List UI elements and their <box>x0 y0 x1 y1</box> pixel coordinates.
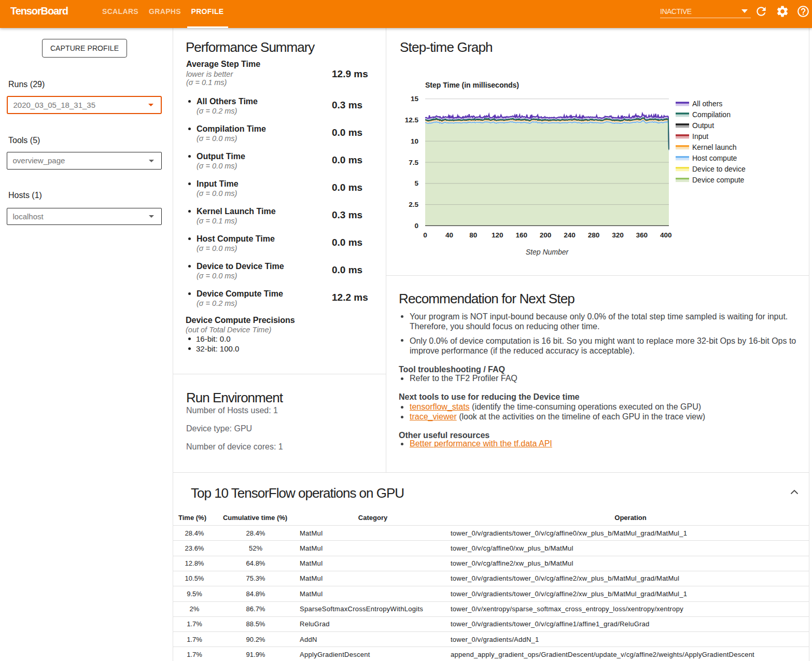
svg-text:12.5: 12.5 <box>405 116 419 124</box>
svg-text:All others: All others <box>692 100 722 108</box>
svg-text:Host compute: Host compute <box>692 154 737 162</box>
svg-text:200: 200 <box>540 231 552 239</box>
svg-text:10: 10 <box>411 137 418 145</box>
svg-text:Step Number: Step Number <box>526 248 569 256</box>
svg-text:Compilation: Compilation <box>692 110 731 119</box>
svg-text:320: 320 <box>612 231 624 239</box>
svg-text:7.5: 7.5 <box>409 159 418 166</box>
svg-text:5: 5 <box>414 179 418 187</box>
svg-text:15: 15 <box>411 95 419 103</box>
svg-text:280: 280 <box>588 231 600 239</box>
svg-text:120: 120 <box>492 231 503 239</box>
svg-text:Output: Output <box>692 121 714 130</box>
svg-text:Input: Input <box>692 132 708 140</box>
svg-text:160: 160 <box>515 231 527 239</box>
svg-text:0: 0 <box>423 231 427 239</box>
svg-text:Kernel launch: Kernel launch <box>692 143 737 151</box>
svg-text:Device to device: Device to device <box>692 165 746 173</box>
svg-text:2.5: 2.5 <box>409 201 418 208</box>
svg-text:360: 360 <box>636 231 648 239</box>
svg-text:80: 80 <box>469 231 477 239</box>
svg-text:400: 400 <box>660 231 672 239</box>
svg-text:240: 240 <box>564 231 576 239</box>
svg-text:0: 0 <box>414 222 418 230</box>
svg-text:40: 40 <box>445 231 453 239</box>
svg-text:Device compute: Device compute <box>692 176 745 184</box>
svg-text:Step Time (in milliseconds): Step Time (in milliseconds) <box>425 81 519 89</box>
